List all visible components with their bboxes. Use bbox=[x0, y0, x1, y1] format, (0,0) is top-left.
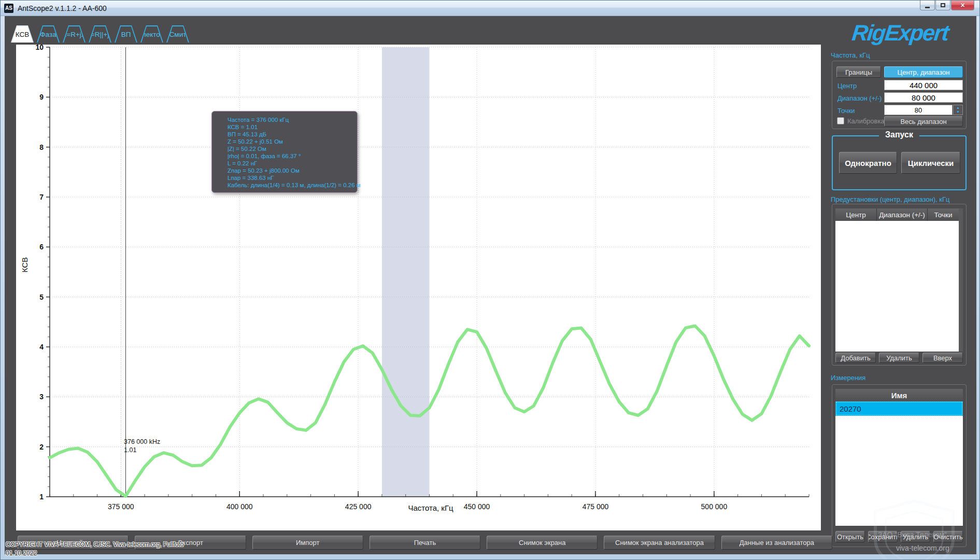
tooltip-l: L = 0.22 нГ bbox=[228, 160, 352, 167]
tab-ksv[interactable]: КСВ bbox=[11, 25, 34, 43]
measurement-tooltip: Частота = 376 000 кГц КСВ = 1.01 ВП = 45… bbox=[211, 111, 358, 193]
svg-text:8: 8 bbox=[39, 143, 44, 151]
svg-text:5: 5 bbox=[39, 293, 44, 301]
svg-text:375 000: 375 000 bbox=[108, 502, 134, 511]
tooltip-swr: КСВ = 1.01 bbox=[228, 123, 352, 131]
maximize-icon bbox=[941, 3, 945, 7]
screenshot-button[interactable]: Снимок экрана bbox=[487, 536, 598, 550]
span-label: Диапазон (+/-) bbox=[837, 94, 882, 102]
app-icon: AS bbox=[4, 4, 13, 13]
svg-text:1: 1 bbox=[39, 493, 44, 501]
tooltip-zpar: Zпар = 50.23 + j800.00 Ом bbox=[228, 167, 352, 174]
frequency-section-label: Частота, кГц bbox=[831, 51, 870, 59]
minimize-icon bbox=[925, 7, 930, 8]
svg-text:4: 4 bbox=[39, 343, 44, 351]
import-button[interactable]: Импорт bbox=[252, 536, 363, 550]
analyzer-data-button[interactable]: Данные из анализатора bbox=[721, 536, 832, 550]
app-window: AS AntScope2 v.1.1.2 - AA-600 × КСВ Фаза… bbox=[0, 0, 980, 560]
center-label: Центр bbox=[837, 82, 857, 90]
points-label: Точки bbox=[837, 107, 855, 115]
watermark-copyright: COPYRIGHT VIVA-TELECOM, CJSC. Viva-telec… bbox=[6, 541, 183, 557]
presets-list[interactable] bbox=[835, 221, 959, 352]
close-button[interactable]: × bbox=[951, 1, 974, 10]
tab-z-parallel[interactable]: Z=R||+jX bbox=[89, 25, 111, 43]
presets-box: Центр Диапазон (+/-) Точки Добавить Удал… bbox=[832, 204, 967, 366]
preset-add-button[interactable]: Добавить bbox=[835, 353, 876, 363]
measurement-open-button[interactable]: Открыть bbox=[835, 531, 865, 542]
svg-text:10: 10 bbox=[35, 45, 44, 51]
run-group-title: Запуск bbox=[879, 130, 919, 139]
app-content: КСВ Фаза Z=R+jX Z=R||+jX ВП Рефлектометр… bbox=[5, 16, 976, 554]
preset-delete-button[interactable]: Удалить bbox=[879, 353, 919, 363]
swr-plot-canvas[interactable]: 12345678910375 000400 000425 000450 0004… bbox=[16, 45, 821, 530]
tooltip-z: Z = 50.22 + j0.51 Ом bbox=[228, 138, 352, 145]
close-icon: × bbox=[960, 1, 964, 10]
window-title: AntScope2 v.1.1.2 - AA-600 bbox=[18, 4, 107, 12]
print-button[interactable]: Печать bbox=[370, 536, 480, 550]
watermark-site: viva-telecom.org bbox=[896, 544, 949, 552]
svg-text:7: 7 bbox=[39, 193, 44, 201]
svg-text:3: 3 bbox=[39, 393, 44, 401]
svg-text:475 000: 475 000 bbox=[583, 502, 609, 511]
measurements-col-name[interactable]: Имя bbox=[835, 389, 963, 401]
tab-smith[interactable]: Смит bbox=[166, 25, 189, 43]
tab-reflectometer[interactable]: Рефлектометр bbox=[140, 25, 163, 43]
x-axis-title: Частота, кГц bbox=[353, 503, 508, 512]
svg-text:400 000: 400 000 bbox=[226, 502, 253, 511]
full-range-button[interactable]: Весь диапазон bbox=[884, 116, 963, 127]
tooltip-cable: Кабель: длина(1/4) = 0.13 м, длина(1/2) … bbox=[228, 181, 352, 189]
y-axis-title: КСВ bbox=[20, 257, 29, 272]
spin-down-icon: ▼ bbox=[956, 110, 960, 114]
tooltip-rho: |rho| = 0.01, фаза = 66.37 ° bbox=[228, 152, 352, 160]
run-group: Запуск Однократно Циклически bbox=[832, 135, 967, 190]
center-input[interactable] bbox=[884, 80, 963, 90]
tooltip-zmag: |Z| = 50.22 Ом bbox=[228, 145, 352, 152]
run-single-button[interactable]: Однократно bbox=[839, 152, 897, 174]
chart-tabs: КСВ Фаза Z=R+jX Z=R||+jX ВП Рефлектометр… bbox=[11, 25, 189, 43]
svg-text:9: 9 bbox=[39, 93, 44, 101]
presets-col-points[interactable]: Точки bbox=[928, 208, 959, 221]
presets-col-span[interactable]: Диапазон (+/-) bbox=[877, 208, 928, 221]
presets-label: Предустановки (центр, диапазон), кГц bbox=[831, 195, 949, 203]
maximize-button[interactable] bbox=[935, 1, 950, 10]
presets-col-center[interactable]: Центр bbox=[835, 208, 877, 221]
minimize-button[interactable] bbox=[920, 1, 935, 10]
marker-label: 376 000 kHz 1.01 bbox=[124, 438, 160, 454]
tooltip-frequency: Частота = 376 000 кГц bbox=[228, 116, 352, 123]
run-cyclic-button[interactable]: Циклически bbox=[901, 152, 960, 174]
svg-text:500 000: 500 000 bbox=[701, 502, 728, 511]
tab-vp[interactable]: ВП bbox=[115, 25, 137, 43]
spin-up-icon: ▲ bbox=[956, 106, 960, 110]
bounds-mode-button[interactable]: Границы bbox=[836, 66, 881, 78]
rigexpert-logo: RigExpert bbox=[828, 19, 972, 46]
calibration-checkbox[interactable] bbox=[837, 117, 844, 124]
points-input[interactable] bbox=[884, 105, 953, 115]
svg-text:2: 2 bbox=[39, 443, 44, 451]
presets-scrollbar[interactable] bbox=[959, 208, 963, 352]
center-span-mode-button[interactable]: Центр, диапазон bbox=[884, 66, 963, 78]
measurements-label: Измерения bbox=[831, 374, 865, 382]
tab-z-series[interactable]: Z=R+jX bbox=[63, 25, 86, 43]
calibration-label: Калибровка bbox=[847, 117, 885, 125]
tooltip-rl: ВП = 45.13 дБ bbox=[228, 131, 352, 138]
watermark-company: ЗАО "Вива Телеком" bbox=[878, 530, 947, 539]
tooltip-lpar: Lпар = 338.63 нГ bbox=[228, 174, 352, 181]
measurement-row-selected[interactable]: 20270 bbox=[835, 401, 963, 416]
analyzer-screenshot-button[interactable]: Снимок экрана анализатора bbox=[604, 536, 715, 550]
tab-faza[interactable]: Фаза bbox=[37, 25, 60, 43]
preset-up-button[interactable]: Вверх bbox=[922, 353, 963, 363]
points-stepper[interactable]: ▲▼ bbox=[953, 105, 963, 115]
span-input[interactable] bbox=[884, 92, 963, 103]
title-bar: AS AntScope2 v.1.1.2 - AA-600 × bbox=[1, 1, 979, 16]
svg-text:6: 6 bbox=[39, 243, 44, 251]
swr-chart[interactable]: 12345678910375 000400 000425 000450 0004… bbox=[16, 45, 821, 530]
frequency-settings-box: Границы Центр, диапазон Центр Диапазон (… bbox=[832, 61, 967, 129]
